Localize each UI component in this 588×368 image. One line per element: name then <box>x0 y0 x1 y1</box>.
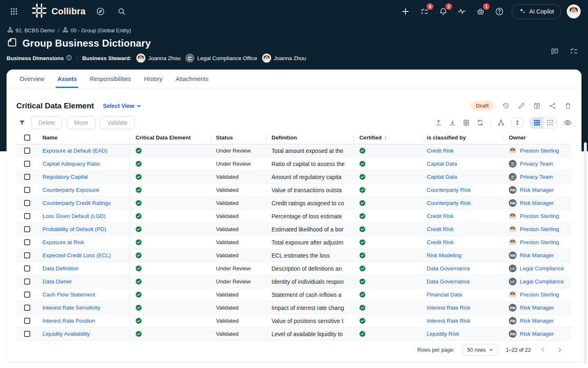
owner-link[interactable]: Preston Sterling <box>509 291 559 298</box>
tab-attachments[interactable]: Attachments <box>169 70 215 88</box>
owner-link[interactable]: Preston Sterling <box>509 212 559 220</box>
asset-name-link[interactable]: Regulatory Capital <box>42 174 88 180</box>
classification-link[interactable]: Interest Rate Risk <box>427 305 470 311</box>
tab-history[interactable]: History <box>138 70 169 88</box>
refresh-sync-icon[interactable] <box>477 119 484 126</box>
row-checkbox[interactable] <box>24 278 30 285</box>
column-header-certified[interactable]: Certified↑ <box>354 131 422 144</box>
row-height-toggle[interactable] <box>511 117 523 128</box>
row-checkbox[interactable] <box>24 331 30 337</box>
apps-grid-icon[interactable] <box>7 5 20 18</box>
owner-link[interactable]: Preston Sterling <box>509 225 559 233</box>
asset-name-link[interactable]: Loss Given Default (LGD) <box>42 213 106 219</box>
steward-joanna-zhou-2[interactable]: Joanna Zhou <box>262 54 306 63</box>
classification-link[interactable]: Credit Risk <box>427 213 454 219</box>
share-icon[interactable] <box>549 102 556 110</box>
classification-link[interactable]: Credit Risk <box>427 148 454 154</box>
owner-link[interactable]: RMRisk Manager <box>509 186 554 194</box>
owner-link[interactable]: Privacy Team <box>509 160 553 168</box>
column-header-name[interactable]: Name <box>38 131 130 144</box>
steward-joanna-zhou-1[interactable]: Joanna Zhou <box>136 54 180 63</box>
tab-responsibilities[interactable]: Responsibilities <box>83 70 138 88</box>
owner-link[interactable]: RMRisk Manager <box>509 330 554 338</box>
classification-link[interactable]: Interest Rate Risk <box>427 318 470 324</box>
owner-link[interactable]: LCLegal Compliance <box>509 265 564 272</box>
checklist-icon[interactable] <box>570 47 578 56</box>
asset-name-link[interactable]: Cash Flow Statement <box>42 292 95 298</box>
owner-link[interactable]: RMRisk Manager <box>509 199 554 207</box>
column-header-status[interactable]: Status <box>211 131 266 144</box>
owner-link[interactable]: RMRisk Manager <box>509 251 554 259</box>
import-upload-icon[interactable] <box>435 119 442 126</box>
delete-trash-icon[interactable] <box>564 102 572 110</box>
vertical-scrollbar[interactable] <box>584 142 587 364</box>
row-checkbox[interactable] <box>24 252 30 258</box>
rows-per-page-select[interactable]: 50 rows <box>462 344 499 356</box>
owner-link[interactable]: RMRisk Manager <box>509 304 554 312</box>
info-icon[interactable] <box>66 55 72 62</box>
tile-view-toggle[interactable] <box>543 117 557 128</box>
tasks-icon[interactable]: 6 <box>418 5 431 18</box>
tab-assets[interactable]: Assets <box>51 70 83 88</box>
notifications-bell-icon[interactable]: 2 <box>437 5 450 18</box>
asset-name-link[interactable]: Capital Adequacy Ratio <box>42 161 100 167</box>
classification-link[interactable]: Liquidity Risk <box>427 331 459 337</box>
comments-icon[interactable] <box>550 47 559 56</box>
row-checkbox[interactable] <box>24 305 30 311</box>
asset-name-link[interactable]: Exposure at Risk <box>42 239 84 245</box>
basket-icon[interactable]: 1 <box>474 5 487 18</box>
asset-name-link[interactable]: Interest Rate Sensitivity <box>42 305 100 311</box>
delete-button[interactable]: Delete <box>31 116 62 129</box>
asset-name-link[interactable]: Data Definition <box>42 265 79 272</box>
asset-name-link[interactable]: Expected Credit Loss (ECL) <box>42 252 111 258</box>
edit-pencil-icon[interactable] <box>518 102 525 110</box>
column-header-critical-data-element[interactable]: Critical Data Element <box>130 131 211 144</box>
classification-link[interactable]: Data Governance <box>427 278 470 285</box>
visibility-eye-icon[interactable] <box>564 119 572 127</box>
search-icon[interactable] <box>115 5 128 18</box>
compass-icon[interactable] <box>94 5 107 18</box>
activity-pulse-icon[interactable] <box>455 5 468 18</box>
asset-name-link[interactable]: Interest Rate Position <box>42 318 95 324</box>
report-list-icon[interactable] <box>463 119 470 126</box>
classification-link[interactable]: Counterparty Risk <box>427 200 471 206</box>
row-checkbox[interactable] <box>24 226 30 232</box>
steward-legal-compliance-office[interactable]: Legal Compliance Office <box>185 54 257 63</box>
owner-link[interactable]: Privacy Team <box>509 173 553 181</box>
help-icon[interactable] <box>493 5 506 18</box>
move-button[interactable]: Move <box>67 116 95 129</box>
row-checkbox[interactable] <box>24 265 30 272</box>
classification-link[interactable]: Credit Risk <box>427 239 454 245</box>
row-checkbox[interactable] <box>24 292 30 298</box>
row-checkbox[interactable] <box>24 239 30 245</box>
select-all-checkbox[interactable] <box>24 135 30 141</box>
previous-page-button[interactable] <box>538 345 548 355</box>
column-header-definition[interactable]: Definition <box>266 131 354 144</box>
classification-link[interactable]: Credit Risk <box>427 226 454 232</box>
user-avatar[interactable] <box>567 4 581 18</box>
row-checkbox[interactable] <box>24 318 30 324</box>
owner-link[interactable]: RMRisk Manager <box>509 317 554 325</box>
classification-link[interactable]: Capital Data <box>427 161 457 167</box>
breadcrumb-item-domain[interactable]: 00 - Group (Global Entity) <box>62 27 131 34</box>
row-checkbox[interactable] <box>24 161 30 167</box>
row-checkbox[interactable] <box>24 213 30 219</box>
row-checkbox[interactable] <box>24 148 30 154</box>
classification-link[interactable]: Risk Modeling <box>427 252 461 258</box>
row-checkbox[interactable] <box>24 187 30 193</box>
classification-link[interactable]: Data Governance <box>427 265 470 272</box>
classification-link[interactable]: Capital Data <box>427 174 457 180</box>
next-page-button[interactable] <box>555 345 564 355</box>
asset-name-link[interactable]: Counterparty Credit Ratings <box>42 200 111 206</box>
row-checkbox[interactable] <box>24 174 30 180</box>
owner-link[interactable]: LCLegal Compliance <box>509 278 564 285</box>
tab-overview[interactable]: Overview <box>13 70 51 88</box>
asset-name-link[interactable]: Liquidity Availability <box>42 331 90 337</box>
export-download-icon[interactable] <box>449 119 456 126</box>
collibra-home-link[interactable]: Collibra <box>31 2 86 20</box>
column-header-is-classified-by[interactable]: is classified by <box>422 131 503 144</box>
filter-funnel-icon[interactable] <box>19 119 25 126</box>
classification-link[interactable]: Financial Data <box>427 292 462 298</box>
ai-copilot-button[interactable]: AI Copilot <box>512 4 561 19</box>
owner-link[interactable]: Preston Sterling <box>509 147 559 155</box>
